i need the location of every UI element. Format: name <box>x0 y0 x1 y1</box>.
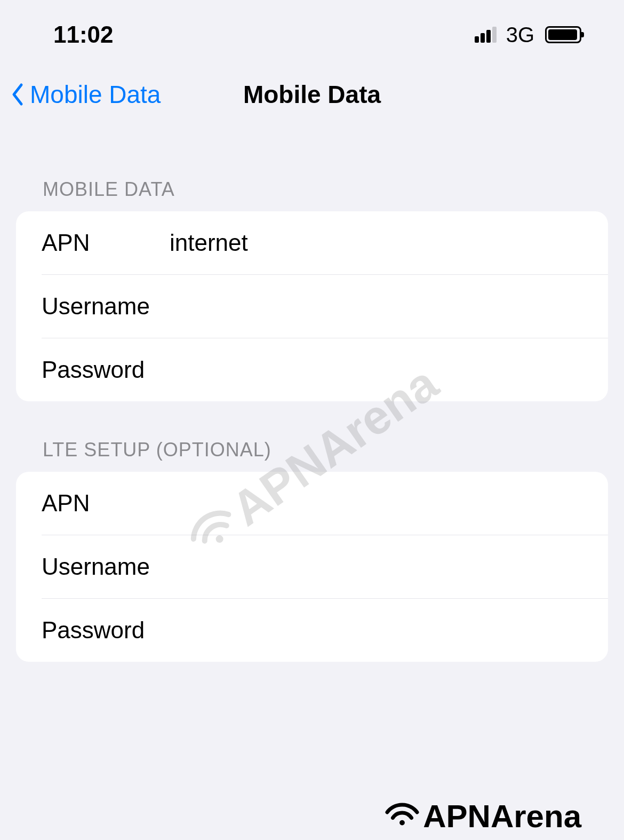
status-bar: 11:02 3G <box>0 0 624 64</box>
nav-bar: Mobile Data Mobile Data <box>0 64 624 125</box>
back-button[interactable]: Mobile Data <box>11 80 161 109</box>
signal-icon <box>475 27 497 43</box>
password-input[interactable] <box>170 356 582 383</box>
chevron-left-icon <box>11 83 23 106</box>
svg-point-1 <box>399 820 405 826</box>
lte-password-label: Password <box>42 617 170 644</box>
row-lte-password[interactable]: Password <box>42 598 608 662</box>
password-label: Password <box>42 356 170 383</box>
status-right: 3G <box>475 23 581 47</box>
apn-label: APN <box>42 229 170 256</box>
group-lte: APN Username Password <box>16 472 608 662</box>
group-mobile-data: APN Username Password <box>16 211 608 401</box>
page-title: Mobile Data <box>243 80 381 109</box>
username-input[interactable] <box>170 293 582 320</box>
lte-username-label: Username <box>42 553 170 580</box>
lte-password-input[interactable] <box>170 617 582 644</box>
watermark-bottom: APNArena <box>383 797 581 835</box>
back-label: Mobile Data <box>30 80 161 109</box>
lte-apn-input[interactable] <box>170 490 582 517</box>
battery-icon <box>545 26 581 43</box>
lte-username-input[interactable] <box>170 553 582 580</box>
section-header-mobile-data: MOBILE DATA <box>0 178 624 211</box>
apn-input[interactable] <box>170 229 582 256</box>
username-label: Username <box>42 293 170 320</box>
row-password[interactable]: Password <box>42 338 608 401</box>
wifi-icon <box>383 797 421 835</box>
row-apn[interactable]: APN <box>16 211 608 274</box>
row-lte-apn[interactable]: APN <box>16 472 608 535</box>
network-type: 3G <box>506 23 534 47</box>
row-lte-username[interactable]: Username <box>42 535 608 598</box>
status-time: 11:02 <box>53 21 114 48</box>
lte-apn-label: APN <box>42 490 170 517</box>
section-header-lte: LTE SETUP (OPTIONAL) <box>0 439 624 472</box>
row-username[interactable]: Username <box>42 274 608 338</box>
